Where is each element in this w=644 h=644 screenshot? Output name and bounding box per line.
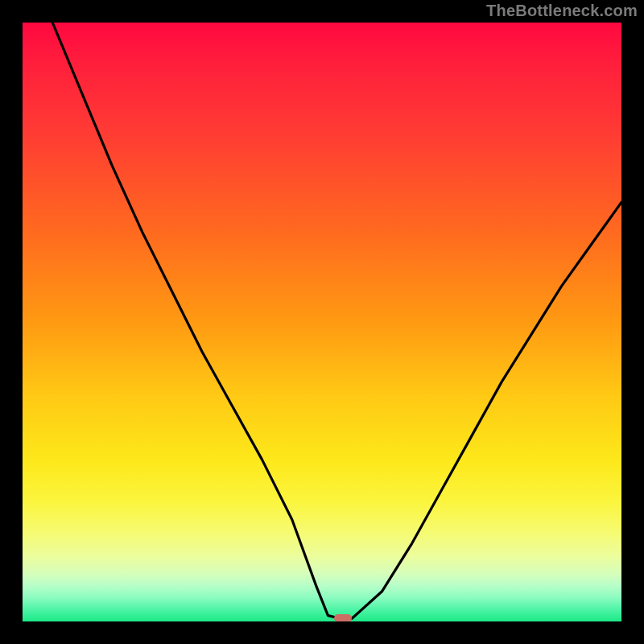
plot-outer — [23, 23, 621, 621]
plot-area — [23, 23, 621, 621]
chart-frame: TheBottleneck.com — [0, 0, 644, 644]
optimal-marker — [334, 614, 352, 621]
bottleneck-curve — [23, 23, 621, 621]
watermark-text: TheBottleneck.com — [486, 2, 638, 20]
